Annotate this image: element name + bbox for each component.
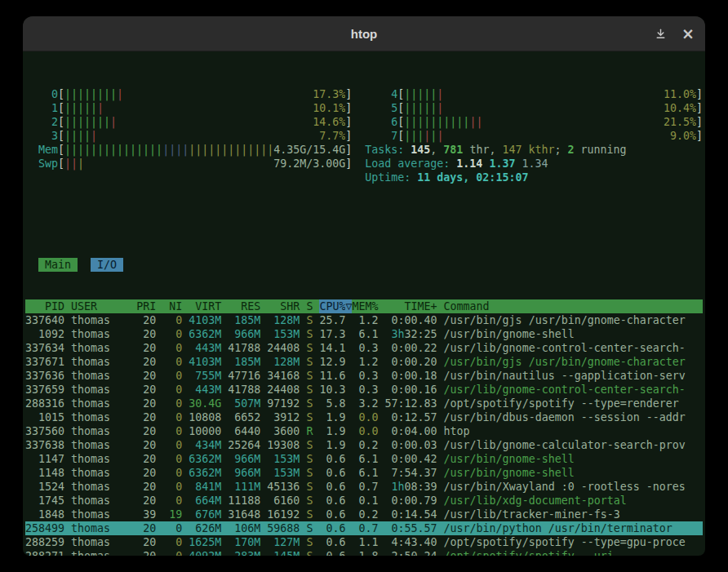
- process-row[interactable]: 337671 thomas 20 0 4103M 185M 128M S 12.…: [25, 355, 703, 369]
- header-cell-pri[interactable]: PRI: [136, 299, 156, 313]
- process-row[interactable]: 258499 thomas 20 0 626M 106M 59688 S 0.6…: [25, 521, 703, 535]
- process-row[interactable]: 288316 thomas 20 0 30.4G 507M 97192 S 5.…: [25, 397, 703, 410]
- meter-value: 7.7%: [319, 129, 345, 143]
- meter-value: 9.0%: [670, 129, 696, 143]
- sort-arrow-icon: ▽: [345, 299, 352, 313]
- header-cell-user[interactable]: USER: [71, 299, 130, 313]
- load-average: Load average: 1.14 1.37 1.34: [365, 157, 703, 171]
- header-cell-ni[interactable]: NI: [162, 299, 182, 313]
- cpu-meter-4: 4[||||||11.0%]: [365, 87, 703, 101]
- header-cell-time[interactable]: TIME+: [385, 299, 437, 313]
- header-cell-shr[interactable]: SHR: [267, 299, 300, 313]
- tab-io[interactable]: I/O: [91, 258, 123, 272]
- swp-meter: Swp[|||79.2M/3.00G]: [25, 157, 352, 171]
- process-row[interactable]: 337560 thomas 20 0 10000 6440 3600 R 1.9…: [25, 424, 703, 438]
- process-row[interactable]: 1148 thomas 20 0 6362M 966M 153M S 0.6 6…: [25, 466, 703, 480]
- download-button[interactable]: [650, 23, 671, 44]
- tab-main[interactable]: Main: [38, 258, 78, 272]
- process-table: PID USER PRI NI VIRT RES SHR S CPU%▽MEM%…: [25, 299, 703, 556]
- process-row[interactable]: 1848 thomas 39 19 676M 31648 16192 S 0.6…: [25, 508, 703, 521]
- cpu-meter-5: 5[||||||10.4%]: [365, 101, 703, 115]
- cpu-meter-6: 6[||||||||||||21.5%]: [365, 115, 703, 129]
- process-row[interactable]: 337659 thomas 20 0 443M 41788 24408 S 10…: [25, 383, 703, 397]
- tasks-summary: Tasks: 145, 781 thr, 147 kthr; 2 running: [365, 143, 703, 157]
- process-row[interactable]: 1015 thomas 20 0 10808 6652 3912 S 1.9 0…: [25, 410, 703, 424]
- meter-value: 79.2M/3.00G: [273, 157, 345, 171]
- process-row[interactable]: 1092 thomas 20 0 6362M 966M 153M S 17.3 …: [25, 327, 703, 341]
- meter-value: 4.35G/15.4G: [273, 143, 345, 157]
- meter-value: 10.1%: [313, 101, 345, 115]
- cpu-meter-0: 0[|||||||||17.3%]: [25, 87, 352, 101]
- process-row[interactable]: 1147 thomas 20 0 6362M 966M 153M S 0.6 6…: [25, 452, 703, 466]
- meters-area: 0[|||||||||17.3%] 1[||||||10.1%] 2[|||||…: [25, 87, 703, 184]
- cpu-meter-7: 7[||||||9.0%]: [365, 129, 703, 143]
- process-row[interactable]: 1524 thomas 20 0 841M 111M 45136 S 0.6 0…: [25, 480, 703, 494]
- process-row[interactable]: 337636 thomas 20 0 755M 47716 34168 S 11…: [25, 369, 703, 383]
- header-cell-mem[interactable]: MEM%: [352, 299, 378, 313]
- mem-meter: Mem[||||||||||||||||||||||||||||||||4.35…: [25, 143, 352, 157]
- screen-tabs: MainI/O: [25, 258, 703, 272]
- header-cell-cmd[interactable]: Command: [444, 299, 490, 313]
- header-cell-res[interactable]: RES: [228, 299, 260, 313]
- process-row[interactable]: 1745 thomas 20 0 664M 11188 6160 S 0.6 0…: [25, 494, 703, 508]
- header-cell-cpu[interactable]: CPU%: [319, 299, 345, 313]
- process-row[interactable]: 337638 thomas 20 0 434M 25264 19308 S 1.…: [25, 438, 703, 452]
- window-title: htop: [351, 27, 377, 41]
- meter-value: 11.0%: [664, 87, 696, 101]
- download-icon: [655, 29, 666, 39]
- titlebar[interactable]: htop ×: [23, 16, 705, 51]
- process-row[interactable]: 288259 thomas 20 0 1625M 170M 127M S 0.6…: [25, 535, 703, 549]
- process-table-header: PID USER PRI NI VIRT RES SHR S CPU%▽MEM%…: [25, 299, 703, 313]
- meter-value: 21.5%: [664, 115, 696, 129]
- spacer: [25, 212, 703, 230]
- header-cell-s[interactable]: S: [306, 299, 313, 313]
- meter-value: 10.4%: [664, 101, 696, 115]
- cpu-meter-3: 3[|||||7.7%]: [25, 129, 352, 143]
- header-cell-pid[interactable]: PID: [25, 299, 64, 313]
- process-row[interactable]: 337634 thomas 20 0 443M 41788 24408 S 14…: [25, 341, 703, 355]
- close-button[interactable]: ×: [677, 23, 699, 44]
- cpu-meter-2: 2[||||||||14.6%]: [25, 115, 352, 129]
- terminal-window: htop × 0[|||||||||17.3%] 1[||||||10.1%] …: [23, 16, 705, 556]
- header-cell-virt[interactable]: VIRT: [189, 299, 221, 313]
- meter-value: 14.6%: [313, 115, 345, 129]
- terminal-content: 0[|||||||||17.3%] 1[||||||10.1%] 2[|||||…: [23, 51, 705, 556]
- process-row[interactable]: 288271 thomas 20 0 4092M 283M 145M S 0.6…: [25, 549, 703, 556]
- process-row[interactable]: 337640 thomas 20 0 4103M 185M 128M S 25.…: [25, 313, 703, 327]
- meter-value: 17.3%: [313, 87, 345, 101]
- close-icon: ×: [681, 26, 695, 42]
- cpu-meter-1: 1[||||||10.1%]: [25, 101, 352, 115]
- uptime: Uptime: 11 days, 02:15:07: [365, 171, 703, 184]
